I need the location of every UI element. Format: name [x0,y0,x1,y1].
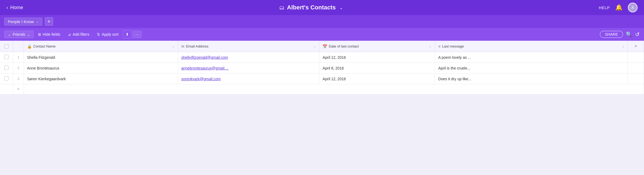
table-row: 1 Shella Fitzgerald shellyjfitzgerald@gm… [0,52,644,63]
row-num-header [13,41,24,52]
sort-icon: ⇅ [97,32,100,37]
extra-cell [628,52,644,63]
checkbox-header[interactable] [0,41,13,52]
row-checkbox[interactable] [4,65,9,70]
email-cell[interactable]: annebrontesaurus@gmail.... [178,63,319,74]
contact-name-cell[interactable]: Anne Brontësaurus [24,63,178,74]
group-label: Friends [13,32,25,37]
date-cell: April 12, 2016 [319,74,435,84]
add-column-header[interactable]: + [628,41,644,52]
table-row: 2 Anne Brontësaurus annebrontesaurus@gma… [0,63,644,74]
toolbar-left: ⌄ Friends ⌄ ⊞ Hide fields ⊿ Add filters … [4,30,141,38]
calendar-icon: 📅 [323,44,327,49]
view-tab-label: People I Know [8,19,34,24]
add-row[interactable]: + [0,84,644,94]
chevron-left-icon: ‹ [6,5,8,10]
add-column-icon[interactable]: + [634,43,637,49]
toolbar: ⌄ Friends ⌄ ⊞ Hide fields ⊿ Add filters … [0,28,644,41]
message-cell: Does it dry up like... [435,74,628,84]
email-header-label: Email Address [186,44,208,48]
row-checkbox-cell[interactable] [0,63,13,74]
title-area: 🗂 Albert's Contacts ⌄ [279,4,343,11]
group-filter-button[interactable]: ⌄ Friends ⌄ [4,31,34,38]
add-row-checkbox-cell [0,84,13,94]
last-message-column-header[interactable]: ≡ Last message ⌄ [435,41,628,52]
contacts-table: 🔒 Contact Name ⌄ ✉ Email Address ⌄ 📅 [0,41,644,94]
email-cell[interactable]: shellyjfitzgerald@gmail.com [178,52,319,63]
row-checkbox[interactable] [4,55,9,59]
export-button[interactable]: ⬆ [123,30,132,38]
export-icon: ⬆ [126,32,129,37]
table-row: 3 Søren Kierkegaardvark sorenkvark@gmail… [0,74,644,84]
date-sort-icon[interactable]: ⌄ [429,45,431,48]
help-link[interactable]: HELP [599,5,610,10]
email-cell[interactable]: sorenkvark@gmail.com [178,74,319,84]
contact-name-cell[interactable]: Søren Kierkegaardvark [24,74,178,84]
avatar[interactable]: A [628,3,638,12]
hide-fields-button[interactable]: ⊞ Hide fields [35,31,63,38]
date-cell: April 8, 2016 [319,63,435,74]
hide-fields-label: Hide fields [43,32,60,37]
email-link[interactable]: annebrontesaurus@gmail.... [181,66,229,70]
lock-icon: 🔒 [27,44,32,49]
date-column-header[interactable]: 📅 Date of last contact ⌄ [319,41,435,52]
secondary-nav: People I Know ⌄ + [0,15,644,28]
more-icon: ··· [136,32,139,37]
group-chevron-icon: ⌄ [27,32,30,37]
view-tab-people-i-know[interactable]: People I Know ⌄ [4,18,42,25]
add-row-spacer [24,84,644,94]
add-view-button[interactable]: + [45,17,53,25]
row-number-cell: 1 [13,52,24,63]
email-link[interactable]: sorenkvark@gmail.com [181,77,221,81]
select-all-checkbox[interactable] [4,44,9,49]
contact-name-header-label: Contact Name [33,44,56,48]
row-checkbox[interactable] [4,76,9,81]
row-checkbox-cell[interactable] [0,74,13,84]
extra-cell [628,74,644,84]
row-number-cell: 2 [13,63,24,74]
filter-icon: ⊿ [68,32,71,37]
contact-name-sort-icon[interactable]: ⌄ [172,45,175,48]
home-label: Home [10,5,23,10]
contact-name-column-header[interactable]: 🔒 Contact Name ⌄ [24,41,178,52]
share-button[interactable]: SHARE [600,31,623,38]
message-cell: April is the cruele... [435,63,628,74]
view-tab-chevron-icon: ⌄ [36,20,39,23]
title-chevron-icon[interactable]: ⌄ [339,5,343,10]
message-cell: A poem lovely as ... [435,52,628,63]
contacts-table-container: 🔒 Contact Name ⌄ ✉ Email Address ⌄ 📅 [0,41,644,94]
more-options-button[interactable]: ··· [133,31,142,38]
last-message-header-label: Last message [442,44,464,48]
row-checkbox-cell[interactable] [0,52,13,63]
chevron-down-group-icon: ⌄ [8,32,11,37]
bell-icon[interactable]: 🔔 [615,4,622,11]
toolbar-right: SHARE 🔍 ↺ [600,31,640,38]
add-row-button[interactable]: + [13,84,24,94]
date-cell: April 12, 2016 [319,52,435,63]
folder-icon: 🗂 [279,5,284,11]
contact-name-cell[interactable]: Shella Fitzgerald [24,52,178,63]
email-icon: ✉ [181,44,185,49]
search-icon[interactable]: 🔍 [626,31,632,38]
apply-sort-button[interactable]: ⇅ Apply sort [94,31,122,38]
message-icon: ≡ [438,44,440,49]
message-sort-icon[interactable]: ⌄ [622,45,624,48]
email-sort-icon[interactable]: ⌄ [313,45,316,48]
top-nav: ‹ Home 🗂 Albert's Contacts ⌄ HELP 🔔 A [0,0,644,15]
row-number-cell: 3 [13,74,24,84]
table-header-row: 🔒 Contact Name ⌄ ✉ Email Address ⌄ 📅 [0,41,644,52]
apply-sort-label: Apply sort [102,32,118,37]
email-address-column-header[interactable]: ✉ Email Address ⌄ [178,41,319,52]
extra-cell [628,63,644,74]
grid-icon: ⊞ [38,32,41,37]
add-filters-label: Add filters [73,32,89,37]
page-title: Albert's Contacts [287,4,336,11]
add-filters-button[interactable]: ⊿ Add filters [65,31,93,38]
help-circle-icon[interactable]: ↺ [635,31,640,38]
email-link[interactable]: shellyjfitzgerald@gmail.com [181,55,228,60]
date-header-label: Date of last contact [329,44,359,48]
home-link[interactable]: ‹ Home [6,5,23,10]
top-nav-right: HELP 🔔 A [599,3,638,12]
